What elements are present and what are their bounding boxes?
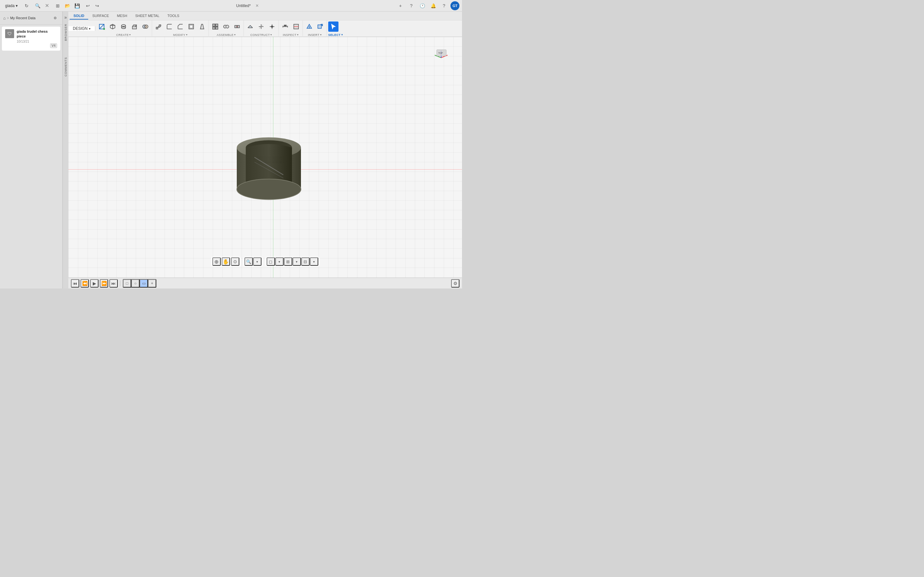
component-button[interactable]: [210, 21, 220, 32]
section-modify: MODIFY ▾: [152, 20, 209, 37]
pan-button[interactable]: ✋: [222, 258, 230, 266]
breadcrumb-arrow: >: [7, 16, 9, 20]
svg-rect-24: [237, 25, 239, 27]
tab-sheet-metal[interactable]: SHEET METAL: [131, 13, 163, 19]
grid-button[interactable]: ⊟: [301, 258, 310, 266]
browser-tab[interactable]: BROWSER: [63, 21, 68, 44]
display-mode-button[interactable]: ◻: [267, 258, 275, 266]
avatar[interactable]: GT: [451, 1, 459, 10]
section-button[interactable]: [291, 21, 301, 32]
tab-mesh[interactable]: MESH: [113, 13, 131, 19]
file-icon: 🛡: [5, 29, 14, 38]
first-frame-button[interactable]: ⏮: [71, 279, 79, 287]
tab-surface[interactable]: SURFACE: [89, 13, 113, 19]
svg-rect-19: [216, 27, 218, 29]
draft-button[interactable]: [197, 21, 207, 32]
app-grid-group: ⊞ 📂 💾: [53, 1, 81, 10]
next-frame-button[interactable]: ⏩: [100, 279, 108, 287]
design-chevron: ▾: [89, 27, 90, 31]
file-item[interactable]: 🛡 giada trudel chess piece 10/13/21 V4: [2, 27, 60, 51]
browser-expand-icon[interactable]: »: [65, 15, 67, 20]
comments-tab[interactable]: COMMENTS: [63, 55, 68, 79]
chamfer-button[interactable]: [175, 21, 186, 32]
file-version[interactable]: V4: [50, 43, 57, 48]
search-button[interactable]: 🔍: [33, 1, 42, 10]
home-icon[interactable]: ⌂: [3, 16, 6, 21]
home-view-button[interactable]: ⊕: [212, 258, 221, 266]
axis-button[interactable]: [256, 21, 266, 32]
canvas[interactable]: TOP ⊕ ✋ ⊙ 🔍 ▾ ◻: [68, 37, 462, 277]
svg-line-1: [99, 24, 104, 29]
file-info: giada trudel chess piece 10/13/21 V4: [17, 29, 57, 48]
view-cross-button[interactable]: +: [148, 279, 156, 287]
view-chevron[interactable]: ▾: [292, 258, 301, 266]
sketch-button[interactable]: [97, 21, 107, 32]
display-chevron[interactable]: ▾: [275, 258, 284, 266]
last-frame-button[interactable]: ⏭: [110, 279, 118, 287]
insert-mesh-button[interactable]: [304, 21, 314, 32]
assemble-icons: [209, 20, 244, 33]
box-button[interactable]: [107, 21, 118, 32]
view-mode-button[interactable]: ⊞: [284, 258, 292, 266]
svg-point-9: [121, 27, 126, 29]
play-button[interactable]: ▶: [90, 279, 99, 287]
plane-button[interactable]: [245, 21, 255, 32]
stop-button[interactable]: ✕: [42, 1, 51, 10]
design-dropdown[interactable]: DESIGN ▾: [68, 26, 95, 31]
app-grid-button[interactable]: ⊞: [53, 1, 62, 10]
open-button[interactable]: 📂: [63, 1, 72, 10]
select-icons: [327, 20, 344, 33]
save-button[interactable]: 💾: [73, 1, 81, 10]
help-button[interactable]: ?: [407, 1, 416, 10]
close-tab-button[interactable]: ×: [252, 1, 262, 10]
timer-button[interactable]: 🕐: [418, 1, 427, 10]
svg-text:TOP: TOP: [438, 52, 443, 54]
zoom-chevron[interactable]: ▾: [253, 258, 262, 266]
push-pull-button[interactable]: [153, 21, 164, 32]
insert-svg-button[interactable]: [315, 21, 325, 32]
svg-point-12: [144, 25, 148, 28]
combine-button[interactable]: [140, 21, 150, 32]
refresh-button[interactable]: ↻: [22, 1, 31, 10]
view-surface-button[interactable]: ○: [131, 279, 140, 287]
point-button[interactable]: [267, 21, 277, 32]
grid-chevron[interactable]: ▾: [310, 258, 318, 266]
extrude-button[interactable]: [129, 21, 140, 32]
sidebar-settings-button[interactable]: ⚙: [51, 14, 59, 22]
revolve-button[interactable]: [118, 21, 129, 32]
notifications-button[interactable]: 🔔: [429, 1, 438, 10]
bottom-settings-button[interactable]: ⚙: [451, 279, 459, 287]
settings-bottom-icon[interactable]: ⚙: [451, 279, 459, 287]
joint-button[interactable]: [221, 21, 231, 32]
view-solid-button[interactable]: □: [123, 279, 131, 287]
fillet-button[interactable]: [164, 21, 174, 32]
shell-button[interactable]: [186, 21, 196, 32]
undo-button[interactable]: ↩: [83, 1, 92, 10]
sidebar: ⌂ > My Recent Data ⚙ 🛡 giada trudel ches…: [0, 11, 63, 288]
prev-frame-button[interactable]: ⏪: [81, 279, 89, 287]
browser-panel: » BROWSER COMMENTS: [63, 11, 68, 288]
display-controls: ◻ ▾ ⊞ ▾ ⊟ ▾: [265, 257, 320, 266]
help2-button[interactable]: ?: [439, 1, 449, 10]
file-date: 10/13/21: [17, 40, 57, 43]
orientation-gizmo[interactable]: TOP: [430, 47, 452, 69]
sidebar-topbar: ⌂ > My Recent Data ⚙: [0, 11, 62, 25]
bottom-bar: ⏮ ⏪ ▶ ⏩ ⏭ □ ○ ▭ + ⚙: [68, 277, 462, 288]
breadcrumb-label: My Recent Data: [10, 16, 36, 20]
app-menu[interactable]: giada ▾: [3, 2, 20, 9]
rigid-group-button[interactable]: [232, 21, 242, 32]
view-mesh-button[interactable]: ▭: [140, 279, 148, 287]
tab-row: SOLID SURFACE MESH SHEET METAL TOOLS: [68, 11, 462, 21]
tab-solid[interactable]: SOLID: [69, 13, 88, 19]
new-tab-button[interactable]: +: [396, 1, 405, 10]
viewport-controls: ⊕ ✋ ⊙ 🔍 ▾ ◻ ▾ ⊞ ▾ ⊟ ▾: [211, 257, 320, 266]
zoom-fit-button[interactable]: ⊙: [231, 258, 239, 266]
tab-tools[interactable]: TOOLS: [164, 13, 183, 19]
measure-button[interactable]: mm: [280, 21, 290, 32]
svg-rect-15: [190, 25, 192, 28]
zoom-button[interactable]: 🔍: [244, 258, 253, 266]
design-label: DESIGN: [73, 26, 87, 31]
zoom-controls: 🔍 ▾: [243, 257, 263, 266]
redo-button[interactable]: ↪: [93, 1, 102, 10]
select-button[interactable]: [328, 21, 338, 32]
